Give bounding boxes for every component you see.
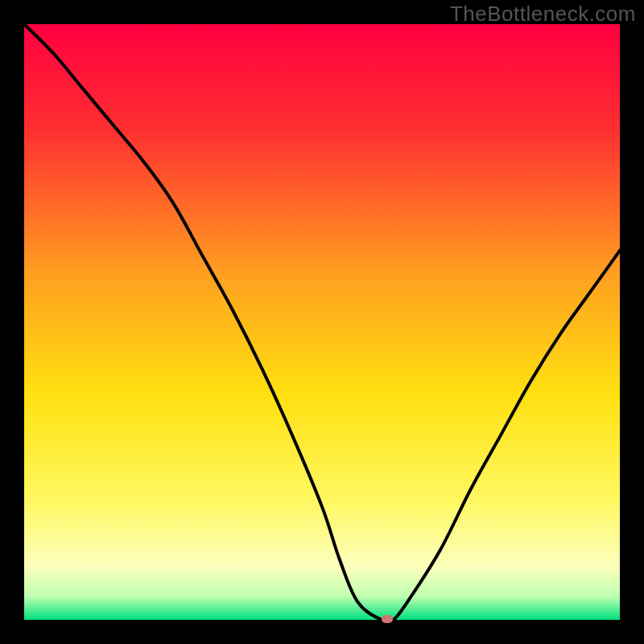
bottleneck-chart	[0, 0, 644, 644]
frame-left	[0, 0, 24, 644]
optimal-marker	[382, 615, 393, 623]
gradient-background	[24, 24, 620, 620]
watermark-text: TheBottleneck.com	[450, 2, 636, 27]
frame-right	[620, 0, 644, 644]
frame-bottom	[0, 620, 644, 644]
